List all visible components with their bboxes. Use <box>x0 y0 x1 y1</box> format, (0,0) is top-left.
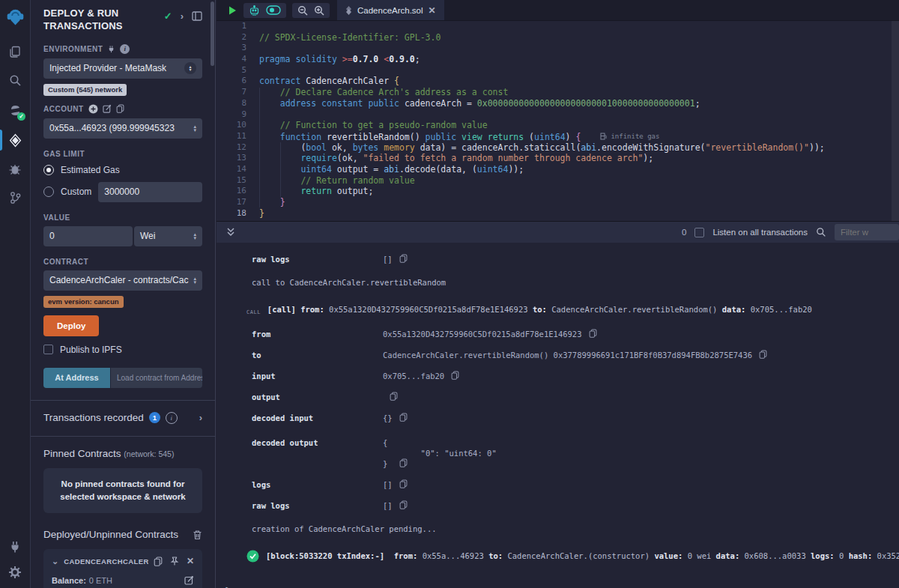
copy-icon[interactable] <box>399 500 408 509</box>
line-number: 7 <box>217 87 246 98</box>
pinned-contracts-title: Pinned Contracts (network: 545) <box>43 448 202 459</box>
ai-assistant-robot-icon[interactable] <box>249 5 260 16</box>
code-line: 13 require(ok, "failed to fetch a random… <box>217 153 899 164</box>
copy-icon[interactable] <box>399 254 408 263</box>
file-explorer-icon[interactable] <box>0 39 30 64</box>
terminal-entry: [block:5033220 txIndex:-] from: 0x55a...… <box>217 551 899 563</box>
code-editor[interactable]: 12// SPDX-License-Identifier: GPL-3.034p… <box>217 21 899 221</box>
estimated-gas-option[interactable]: Estimated Gas <box>43 165 202 175</box>
code-line: 15 // Return random value <box>217 175 899 187</box>
debugger-icon[interactable] <box>0 157 30 182</box>
close-icon[interactable]: ✕ <box>187 556 194 566</box>
code-line: 12 (bool ok, bytes memory data) = cadenc… <box>217 142 899 154</box>
remix-logo[interactable] <box>0 0 30 33</box>
terminal-prompt[interactable]: > <box>217 584 899 588</box>
code-line: 2// SPDX-License-Identifier: GPL-3.0 <box>217 32 899 43</box>
search-icon[interactable] <box>816 227 826 237</box>
radio-selected-icon[interactable] <box>43 165 54 175</box>
pin-icon[interactable] <box>170 557 179 566</box>
chevron-updown-icon: ▴▾ <box>193 276 196 284</box>
line-number: 10 <box>217 120 246 131</box>
zoom-out-icon[interactable] <box>297 5 308 16</box>
remix-ide: ✓ DEPLOY & RUN TRANSACTIONS ✓ › <box>0 0 899 588</box>
panel-check-icon: ✓ <box>164 10 172 22</box>
environment-select[interactable]: Injected Provider - MetaMask ▴▾ <box>43 58 202 79</box>
gas-pump-icon <box>600 133 607 140</box>
copy-icon[interactable] <box>399 479 408 488</box>
copy-icon[interactable] <box>589 329 597 338</box>
terminal-entry: output <box>217 392 899 402</box>
copy-icon[interactable] <box>399 413 408 422</box>
code-line: 5 <box>217 65 899 76</box>
at-address-input[interactable]: Load contract from Addres <box>111 368 202 388</box>
run-script-button[interactable] <box>227 5 237 16</box>
pin-panel-icon[interactable] <box>192 11 202 21</box>
plug-icon[interactable] <box>107 45 115 53</box>
info-icon[interactable]: i <box>166 412 178 424</box>
expand-icon[interactable]: › <box>199 413 202 422</box>
custom-gas-option[interactable]: Custom 3000000 <box>43 182 202 202</box>
at-address-button[interactable]: At Address <box>43 368 110 388</box>
transactions-recorded-row[interactable]: Transactions recorded 1 i › <box>43 402 202 424</box>
edit-account-icon[interactable] <box>103 104 112 113</box>
deploy-run-icon[interactable] <box>0 127 30 153</box>
copy-icon[interactable] <box>451 371 459 380</box>
line-number: 5 <box>217 65 246 76</box>
solidity-file-icon <box>345 6 352 15</box>
code-area: 12// SPDX-License-Identifier: GPL-3.034p… <box>217 21 899 219</box>
radio-unselected-icon[interactable] <box>43 187 54 197</box>
terminal-entry: CALL[call] from: 0x55a1320D432759960C5Df… <box>217 304 899 318</box>
zoom-in-icon[interactable] <box>314 5 324 16</box>
panel-forward-icon[interactable]: › <box>181 11 184 21</box>
listen-checkbox[interactable] <box>694 228 704 237</box>
trash-icon[interactable] <box>193 530 202 540</box>
custom-gas-input[interactable]: 3000000 <box>98 182 202 202</box>
solidity-compiler-icon[interactable]: ✓ <box>0 97 30 123</box>
line-number: 17 <box>217 197 246 208</box>
copy-icon[interactable] <box>759 350 767 359</box>
settings-gear-icon[interactable] <box>0 560 30 585</box>
terminal-entry: toCadenceArchCaler.revertibleRandom() 0x… <box>217 350 899 360</box>
contract-select[interactable]: CadenceArchCaler - contracts/Cac ▴▾ <box>43 270 202 291</box>
copilot-toggle-icon[interactable] <box>266 5 281 15</box>
panel-scrollbar[interactable] <box>211 1 214 66</box>
value-input[interactable]: 0 <box>43 226 133 246</box>
terminal-header: 0 Listen on all transactions <box>217 221 899 243</box>
environment-label: ENVIRONMENT i <box>43 44 202 54</box>
copy-icon[interactable] <box>154 557 163 566</box>
panel-title: DEPLOY & RUN TRANSACTIONS <box>43 7 139 33</box>
close-tab-icon[interactable]: ✕ <box>429 5 436 16</box>
publish-ipfs-option[interactable]: Publish to IPFS <box>43 345 202 355</box>
environment-info-icon[interactable]: i <box>120 44 130 54</box>
copy-account-icon[interactable] <box>116 104 124 113</box>
checkbox-icon[interactable] <box>43 345 53 354</box>
value-unit-select[interactable]: Wei ▴▾ <box>134 226 202 246</box>
balance-row: Balance: 0 ETH <box>52 575 194 585</box>
line-number: 9 <box>217 109 246 121</box>
git-icon[interactable] <box>0 185 30 210</box>
plugin-manager-icon[interactable] <box>0 534 30 560</box>
line-number: 18 <box>217 208 246 219</box>
copy-icon[interactable] <box>399 458 408 467</box>
deployed-contract-title: CADENCEARCHCALER AT 0X <box>64 557 148 566</box>
terminal-entry: creation of CadenceArchCaler pending... <box>217 524 899 534</box>
code-line: 4pragma solidity >=0.7.0 <0.9.0; <box>217 54 899 65</box>
editor-scrollbar[interactable] <box>892 21 899 221</box>
tab-cadencearch[interactable]: CadenceArch.sol ✕ <box>337 0 444 20</box>
line-number: 12 <box>217 142 246 154</box>
collapse-terminal-icon[interactable] <box>226 227 235 237</box>
filter-input[interactable] <box>835 224 899 240</box>
chevron-updown-icon: ▴▾ <box>184 62 196 74</box>
edit-balance-icon[interactable] <box>184 575 194 585</box>
account-select[interactable]: 0x55a...46923 (999.999945323 ▴▾ <box>43 118 202 139</box>
indent-guide <box>280 142 281 197</box>
terminal-entry: from0x55a1320D432759960C5Df0215a8dF78e1E… <box>217 329 899 339</box>
chevron-updown-icon: ▴▾ <box>193 232 196 240</box>
collapse-icon[interactable]: ⌄ <box>52 557 58 566</box>
add-account-icon[interactable] <box>88 104 98 114</box>
line-number: 11 <box>217 131 246 142</box>
search-icon[interactable] <box>0 67 30 93</box>
line-number: 13 <box>217 153 246 164</box>
deploy-button[interactable]: Deploy <box>43 315 99 336</box>
copy-icon[interactable] <box>390 392 398 401</box>
